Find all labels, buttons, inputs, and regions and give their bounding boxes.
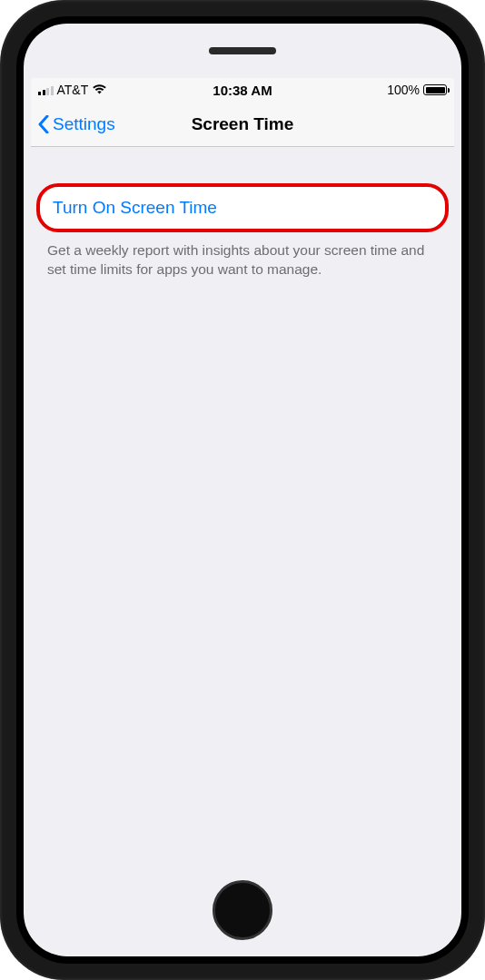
page-title: Screen Time	[192, 114, 294, 134]
chevron-left-icon	[38, 115, 49, 133]
back-button[interactable]: Settings	[38, 114, 115, 134]
phone-frame: AT&T 10:38 AM 100%	[0, 0, 485, 980]
wifi-icon	[92, 83, 107, 97]
content-area: Turn On Screen Time Get a weekly report …	[31, 147, 454, 866]
description-text: Get a weekly report with insights about …	[31, 232, 454, 289]
turn-on-screen-time-label: Turn On Screen Time	[53, 198, 217, 217]
signal-strength-icon	[38, 84, 54, 95]
status-bar: AT&T 10:38 AM 100%	[31, 78, 454, 102]
turn-on-screen-time-button[interactable]: Turn On Screen Time	[36, 183, 449, 232]
battery-percent-label: 100%	[387, 83, 420, 97]
phone-speaker	[209, 47, 276, 54]
back-button-label: Settings	[53, 114, 115, 134]
home-button[interactable]	[213, 880, 272, 940]
battery-icon	[423, 84, 447, 95]
carrier-label: AT&T	[57, 83, 89, 97]
navigation-bar: Settings Screen Time	[31, 102, 454, 147]
status-time: 10:38 AM	[213, 83, 272, 98]
